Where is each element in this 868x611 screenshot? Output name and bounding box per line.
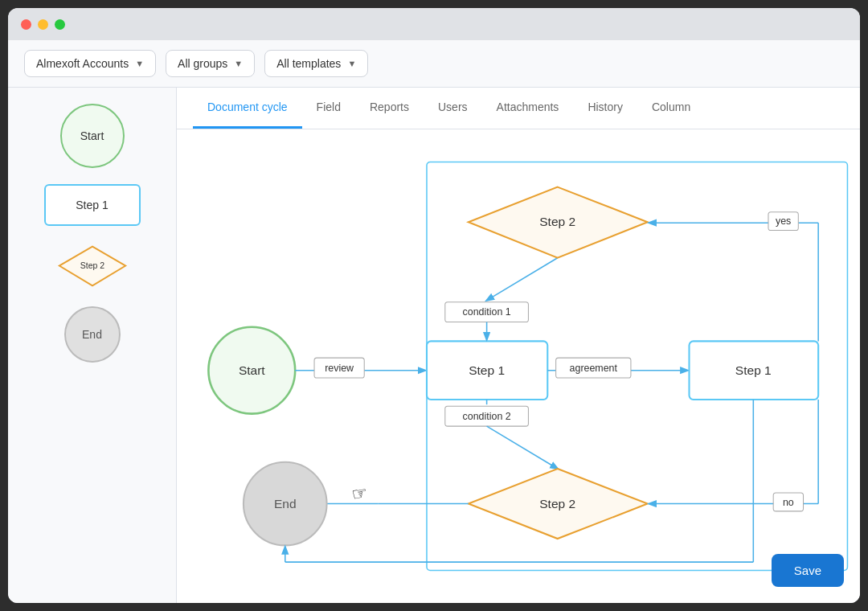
svg-text:yes: yes [776, 215, 791, 227]
sidebar-item-end[interactable]: End [64, 306, 121, 363]
groups-dropdown[interactable]: All groups ▼ [166, 50, 255, 77]
chevron-down-icon: ▼ [347, 59, 356, 68]
tab-reports[interactable]: Reports [355, 88, 424, 129]
tab-field[interactable]: Field [302, 88, 355, 129]
toolbar: Almexoft Accounts ▼ All groups ▼ All tem… [8, 40, 860, 88]
sidebar-item-start[interactable]: Start [60, 104, 125, 168]
tab-history[interactable]: History [573, 88, 637, 129]
svg-line-18 [487, 258, 558, 301]
svg-text:Step 2: Step 2 [539, 497, 575, 511]
tab-users[interactable]: Users [424, 88, 482, 129]
canvas-area[interactable]: Start review Step 1 agreement [177, 129, 860, 603]
svg-text:no: no [783, 497, 794, 508]
step2-shape: Step 2 [56, 242, 129, 290]
tab-document-cycle[interactable]: Document cycle [193, 88, 302, 129]
close-button[interactable] [21, 19, 31, 30]
svg-text:review: review [325, 363, 354, 374]
tab-attachments[interactable]: Attachments [482, 88, 574, 129]
app-window: Almexoft Accounts ▼ All groups ▼ All tem… [8, 8, 860, 603]
chevron-down-icon: ▼ [135, 59, 144, 68]
svg-text:Step 1: Step 1 [735, 363, 772, 377]
svg-line-28 [487, 426, 558, 469]
sidebar-item-step1[interactable]: Step 1 [44, 184, 141, 226]
sidebar-item-step2[interactable]: Step 2 [56, 242, 129, 290]
accounts-dropdown[interactable]: Almexoft Accounts ▼ [24, 50, 156, 77]
titlebar [8, 8, 860, 40]
accounts-label: Almexoft Accounts [36, 57, 129, 70]
groups-label: All groups [178, 57, 227, 70]
svg-text:condition 2: condition 2 [463, 411, 511, 422]
flowchart-svg: Start review Step 1 agreement [177, 129, 860, 603]
chevron-down-icon: ▼ [234, 59, 243, 68]
main-area: Start Step 1 Step 2 End [8, 88, 860, 603]
svg-text:agreement: agreement [570, 363, 618, 374]
start-shape: Start [60, 104, 125, 168]
sidebar: Start Step 1 Step 2 End [8, 88, 177, 603]
tabs: Document cycle Field Reports Users Attac… [177, 88, 860, 129]
save-button[interactable]: Save [772, 554, 844, 587]
end-shape: End [64, 306, 121, 363]
tab-column[interactable]: Column [637, 88, 705, 129]
svg-text:End: End [274, 497, 297, 511]
svg-text:Start: Start [239, 363, 265, 377]
svg-text:condition 1: condition 1 [463, 306, 511, 318]
svg-text:Step 2: Step 2 [80, 260, 104, 270]
svg-text:Step 2: Step 2 [539, 215, 575, 228]
maximize-button[interactable] [55, 19, 65, 30]
templates-dropdown[interactable]: All templates ▼ [264, 50, 368, 77]
content-area: Document cycle Field Reports Users Attac… [177, 88, 860, 603]
templates-label: All templates [276, 57, 341, 70]
step1-shape: Step 1 [44, 184, 141, 226]
minimize-button[interactable] [38, 19, 48, 30]
svg-text:Step 1: Step 1 [469, 363, 505, 377]
